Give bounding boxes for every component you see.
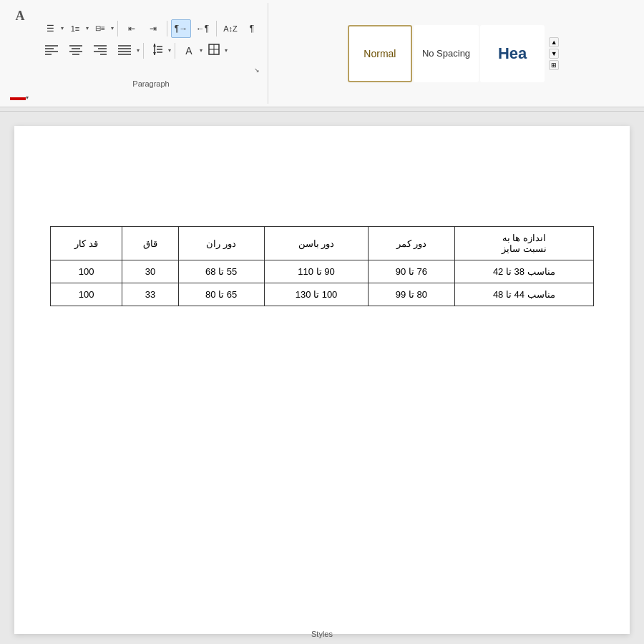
cell-inseam-2: 33 [122,283,178,306]
table-header-length: قد کار [51,227,122,260]
justify-arrow[interactable]: ▾ [137,47,140,54]
page-top-space [50,155,594,212]
show-formatting-button[interactable]: ¶ [242,19,262,38]
red-accent [10,97,26,100]
shading-group[interactable]: A ▾ [179,42,203,60]
align-left-button[interactable] [40,41,63,61]
borders-group[interactable]: ▾ [204,42,228,60]
document-page: اندازه ها به نسبت سایز دور کمر دور باسن … [14,126,630,634]
cell-waist-1: 76 تا 90 [369,260,454,283]
numbered-list-arrow[interactable]: ▾ [86,25,89,31]
line-spacing-icon [152,43,163,58]
cell-size-2: مناسب 44 تا 48 [454,283,593,306]
multilevel-list-button[interactable]: ⊟≡ [90,19,110,38]
shading-icon: A [185,45,192,57]
separator-2 [167,21,167,36]
line-spacing-button[interactable] [147,42,167,60]
align-left-icon [45,44,58,57]
table-header-hip: دور باسن [264,227,368,260]
table-header-waist: دور کمر [369,227,454,260]
cell-hip-1: 90 تا 110 [264,260,368,283]
ltr-paragraph-button[interactable]: ¶→ [171,19,191,38]
paragraph-label: Paragraph [40,79,262,88]
cell-inseam-1: 30 [122,260,178,283]
bullet-list-icon: ☰ [47,24,54,34]
show-formatting-icon: ¶ [250,24,254,34]
increase-indent-button[interactable]: ⇥ [143,19,163,38]
table-header-inseam: قاق [122,227,178,260]
borders-icon [208,44,220,57]
cell-thigh-1: 55 تا 68 [178,260,264,283]
multilevel-list-icon: ⊟≡ [95,24,105,32]
size-chart-table: اندازه ها به نسبت سایز دور کمر دور باسن … [50,226,594,306]
decrease-indent-button[interactable]: ⇤ [122,19,142,38]
borders-arrow[interactable]: ▾ [225,47,228,54]
cell-hip-2: 100 تا 130 [264,283,368,306]
cell-length-1: 100 [51,260,122,283]
align-right-button[interactable] [89,41,112,61]
svg-marker-17 [153,44,156,47]
cell-thigh-2: 65 تا 80 [178,283,264,306]
style-heading1-label: Hea [498,44,527,63]
styles-scroll-up-button[interactable]: ▲ [549,37,559,47]
numbered-list-button[interactable]: 1≡ [65,19,85,38]
rtl-paragraph-button[interactable]: ←¶ [192,19,213,38]
table-header-row: اندازه ها به نسبت سایز دور کمر دور باسن … [51,227,594,260]
table-header-thigh: دور ران [178,227,264,260]
ltr-paragraph-icon: ¶→ [175,24,187,34]
align-right-icon [94,44,107,57]
style-normal-button[interactable]: Normal [348,25,412,82]
cell-length-2: 100 [51,283,122,306]
table-row: مناسب 38 تا 42 76 تا 90 90 تا 110 55 تا … [51,260,594,283]
rtl-paragraph-icon: ←¶ [196,24,209,34]
justify-group[interactable]: ▾ [113,41,140,61]
font-style-icon: A [16,9,25,24]
document-area: اندازه ها به نسبت سایز دور کمر دور باسن … [0,112,644,644]
bullet-list-button[interactable]: ☰ [40,19,60,38]
style-no-spacing-button[interactable]: No Spacing [414,25,479,82]
increase-indent-icon: ⇥ [150,24,157,34]
styles-scroll-down-button[interactable]: ▼ [549,49,559,59]
numbered-list-icon: 1≡ [71,24,80,33]
align-center-button[interactable] [64,41,87,61]
paragraph-expand-launcher[interactable]: ↘ [252,65,262,75]
cell-waist-2: 80 تا 99 [369,283,454,306]
decrease-indent-icon: ⇤ [128,24,135,34]
justify-button[interactable] [113,41,136,61]
toolbar: A ▾ ☰ ▾ 1≡ ▾ [0,0,644,112]
shading-arrow[interactable]: ▾ [200,47,203,54]
bullet-list-group[interactable]: ☰ ▾ [40,19,64,38]
separator-1 [117,21,118,36]
cell-size-1: مناسب 38 تا 42 [454,260,593,283]
shading-button[interactable]: A [179,42,199,60]
bullet-list-arrow[interactable]: ▾ [61,25,64,31]
borders-button[interactable] [204,42,224,60]
table-row: مناسب 44 تا 48 80 تا 99 100 تا 130 65 تا… [51,283,594,306]
style-normal-label: Normal [364,48,396,59]
styles-label: Styles [311,630,333,638]
multilevel-list-group[interactable]: ⊟≡ ▾ [90,19,114,38]
sort-icon: A↕Z [223,24,238,33]
svg-marker-18 [153,52,156,55]
separator-3 [216,21,217,36]
style-heading1-button[interactable]: Hea [480,25,545,82]
style-no-spacing-label: No Spacing [422,48,470,59]
align-center-icon [69,44,82,57]
styles-scroll-controls: ▲ ▼ ⊞ [549,37,559,70]
separator-5 [175,43,175,59]
separator-4 [143,43,144,59]
sort-button[interactable]: A↕Z [220,19,240,38]
multilevel-list-arrow[interactable]: ▾ [111,25,114,31]
table-header-size: اندازه ها به نسبت سایز [454,227,593,260]
line-spacing-arrow[interactable]: ▾ [168,47,171,54]
justify-icon [118,44,131,57]
numbered-list-group[interactable]: 1≡ ▾ [65,19,89,38]
line-spacing-group[interactable]: ▾ [147,42,171,60]
styles-expand-button[interactable]: ⊞ [549,60,559,70]
